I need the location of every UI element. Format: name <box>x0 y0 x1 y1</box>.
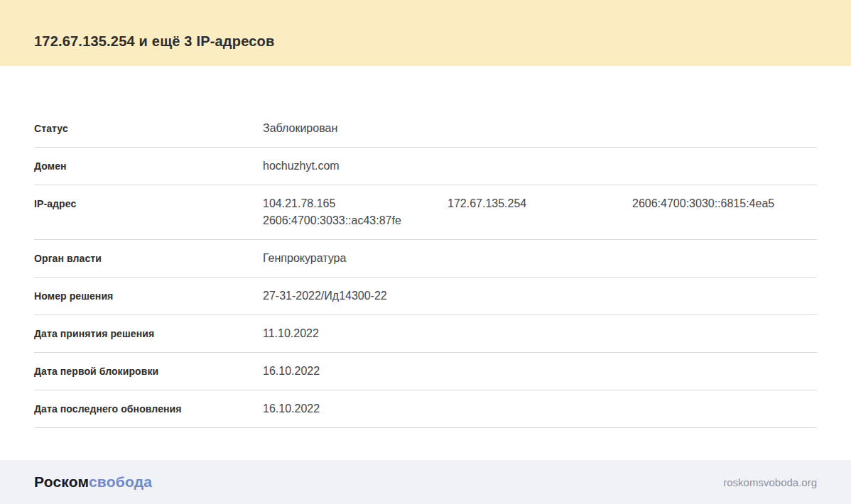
ip-address-value: 172.67.135.254 <box>448 195 632 212</box>
roskomsvoboda-logo[interactable]: Роскомсвобода <box>34 473 152 491</box>
row-label: Орган власти <box>34 250 263 267</box>
row-label: Дата последнего обновления <box>34 400 263 417</box>
page: 172.67.135.254 и ещё 3 IP-адресов Статус… <box>0 0 851 504</box>
ip-address-cell: 172.67.135.254 <box>448 195 632 229</box>
main-content: Статус Заблокирован Домен hochuzhyt.com … <box>0 66 851 460</box>
table-row-first-block-date: Дата первой блокировки 16.10.2022 <box>34 353 817 390</box>
logo-text-dark: Роском <box>34 473 89 490</box>
ip-address-value: 104.21.78.165 <box>263 195 448 212</box>
page-header: 172.67.135.254 и ещё 3 IP-адресов <box>0 0 851 66</box>
site-url-label: roskomsvoboda.org <box>723 476 817 488</box>
decision-number-value: 27-31-2022/Ид14300-22 <box>263 287 448 305</box>
ip-address-value: 2606:4700:3033::ac43:87fe <box>263 212 448 229</box>
table-row-decision-date: Дата принятия решения 11.10.2022 <box>34 315 817 353</box>
ip-address-cell: 2606:4700:3030::6815:4ea5 <box>632 195 817 229</box>
row-label: Статус <box>34 120 263 137</box>
table-row-domain: Домен hochuzhyt.com <box>34 148 817 185</box>
domain-value: hochuzhyt.com <box>263 158 448 175</box>
table-row-ip-addresses: IP-адрес 104.21.78.165 2606:4700:3033::a… <box>34 185 817 240</box>
row-label: Дата принятия решения <box>34 325 263 342</box>
first-block-date-value: 16.10.2022 <box>263 363 448 380</box>
page-title: 172.67.135.254 и ещё 3 IP-адресов <box>34 33 274 50</box>
authority-value: Генпрокуратура <box>263 250 448 267</box>
page-footer: Роскомсвобода roskomsvoboda.org <box>0 460 851 504</box>
last-update-date-value: 16.10.2022 <box>263 400 448 417</box>
row-label: Номер решения <box>34 287 263 305</box>
decision-date-value: 11.10.2022 <box>263 325 448 342</box>
table-row-decision-number: Номер решения 27-31-2022/Ид14300-22 <box>34 278 817 315</box>
ip-address-cell: 104.21.78.165 2606:4700:3033::ac43:87fe <box>263 195 448 229</box>
logo-text-blue: свобода <box>89 473 152 490</box>
status-value: Заблокирован <box>263 120 448 137</box>
row-label: Дата первой блокировки <box>34 363 263 380</box>
ip-address-value: 2606:4700:3030::6815:4ea5 <box>632 195 817 212</box>
row-label: Домен <box>34 158 263 175</box>
blocking-info-table: Статус Заблокирован Домен hochuzhyt.com … <box>34 110 817 428</box>
row-label: IP-адрес <box>34 195 263 212</box>
table-row-status: Статус Заблокирован <box>34 110 817 148</box>
table-row-authority: Орган власти Генпрокуратура <box>34 240 817 278</box>
table-row-last-update-date: Дата последнего обновления 16.10.2022 <box>34 390 817 428</box>
